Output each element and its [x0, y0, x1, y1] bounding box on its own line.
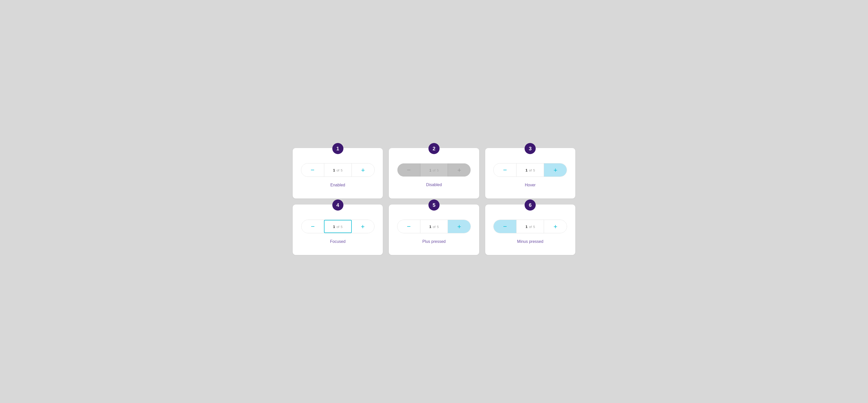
minus-button-enabled[interactable]: −	[301, 163, 324, 176]
minus-button-plus-pressed[interactable]: −	[397, 220, 420, 233]
badge-1: 1	[332, 143, 343, 154]
label-plus-pressed: Plus pressed	[423, 239, 446, 244]
badge-3: 3	[525, 143, 536, 154]
label-disabled: Disabled	[426, 182, 442, 187]
stepper-disabled: − 1 of 5 +	[397, 163, 471, 176]
label-focused: Focused	[330, 239, 345, 244]
stepper-minus-pressed: − 1 of 5 +	[493, 220, 567, 233]
counter-minus-pressed: 1 of 5	[516, 220, 544, 233]
plus-button-enabled[interactable]: +	[352, 163, 374, 176]
card-plus-pressed: 5 − 1 of 5 + Plus pressed	[389, 204, 479, 255]
stepper-focused: − 1 of 5 +	[301, 220, 374, 233]
label-hover: Hover	[525, 183, 536, 188]
plus-button-hover[interactable]: +	[544, 163, 567, 176]
stepper-enabled: − 1 of 5 +	[301, 163, 375, 177]
badge-2: 2	[429, 143, 439, 154]
label-minus-pressed: Minus pressed	[517, 239, 543, 244]
plus-button-disabled: +	[448, 163, 471, 176]
stepper-hover: − 1 of 5 +	[493, 163, 567, 177]
minus-button-hover[interactable]: −	[494, 163, 516, 176]
counter-plus-pressed: 1 of 5	[420, 220, 448, 233]
card-enabled: 1 − 1 of 5 + Enabled	[293, 148, 383, 199]
card-disabled: 2 − 1 of 5 + Disabled	[389, 148, 479, 199]
label-enabled: Enabled	[330, 183, 345, 188]
counter-focused: 1 of 5	[324, 220, 352, 233]
counter-enabled: 1 of 5	[324, 163, 352, 176]
plus-button-plus-pressed[interactable]: +	[448, 220, 471, 233]
badge-6: 6	[525, 200, 536, 210]
card-minus-pressed: 6 − 1 of 5 + Minus pressed	[485, 204, 575, 255]
counter-hover: 1 of 5	[516, 163, 544, 176]
stepper-plus-pressed: − 1 of 5 +	[397, 220, 471, 233]
minus-button-disabled: −	[397, 163, 420, 176]
counter-disabled: 1 of 5	[420, 163, 448, 176]
card-focused: 4 − 1 of 5 + Focused	[293, 204, 383, 255]
minus-button-focused[interactable]: −	[302, 220, 324, 233]
minus-button-minus-pressed[interactable]: −	[494, 220, 516, 233]
card-hover: 3 − 1 of 5 + Hover	[485, 148, 575, 199]
badge-4: 4	[332, 200, 343, 210]
plus-button-minus-pressed[interactable]: +	[544, 220, 567, 233]
main-grid: 1 − 1 of 5 + Enabled 2 −	[283, 138, 585, 265]
badge-5: 5	[429, 200, 439, 210]
plus-button-focused[interactable]: +	[351, 220, 374, 233]
